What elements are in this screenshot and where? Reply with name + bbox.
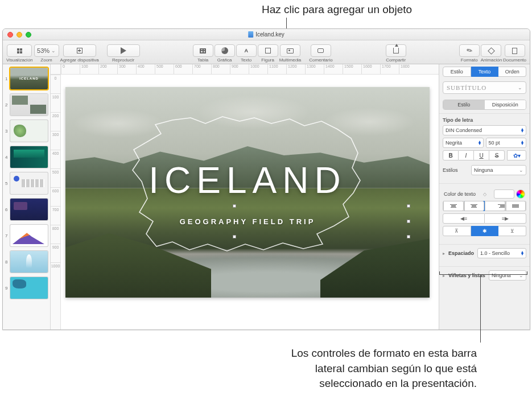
- close-icon[interactable]: [7, 32, 13, 38]
- tab-text[interactable]: Texto: [471, 67, 499, 77]
- chevron-down-icon: ⌄: [519, 167, 523, 173]
- stepper-icon: ▴▾: [479, 141, 481, 145]
- bold-button[interactable]: B: [443, 150, 459, 160]
- titlebar: Iceland.key: [3, 29, 530, 40]
- plus-icon: [77, 48, 83, 53]
- paragraph-style-select[interactable]: SUBTÍTULO ⌄: [443, 81, 526, 94]
- color-wheel-button[interactable]: [516, 189, 525, 199]
- add-slide-button[interactable]: [63, 44, 96, 57]
- slide-thumb-1[interactable]: ICELAND: [10, 68, 48, 89]
- callout-bottom: Los controles de formato en esta barrala…: [187, 346, 477, 391]
- chart-icon: [221, 47, 228, 54]
- text-icon: A: [244, 48, 248, 53]
- inspector-main-tabs[interactable]: Estilo Texto Orden: [439, 64, 530, 79]
- spacing-label: Espaciado: [448, 250, 474, 256]
- zoom-window-icon[interactable]: [26, 32, 31, 38]
- minimize-icon[interactable]: [17, 32, 22, 38]
- disclosure-icon[interactable]: ▸: [443, 251, 445, 256]
- toolbar: Visualización 53%⌄ Zoom Agregar disposit…: [3, 40, 530, 64]
- stepper-icon: ▴▾: [521, 251, 523, 255]
- font-face-select[interactable]: Negrita ▴▾: [443, 138, 484, 148]
- slide-thumb-3[interactable]: [10, 120, 48, 142]
- play-button[interactable]: [107, 44, 140, 57]
- valign-middle-button[interactable]: ✱: [471, 226, 499, 236]
- text-button[interactable]: A: [236, 44, 257, 57]
- shape-icon: [265, 48, 271, 53]
- font-family-select[interactable]: DIN Condensed ▴▾: [443, 125, 526, 135]
- play-icon: [121, 47, 126, 54]
- vertical-align-group[interactable]: ⊼ ✱ ⊻: [443, 226, 526, 236]
- share-icon: [393, 48, 399, 53]
- brush-icon: ✎: [465, 46, 474, 55]
- strike-button[interactable]: S: [489, 150, 505, 160]
- format-button[interactable]: ✎: [459, 44, 480, 57]
- char-styles-label: Estilos: [443, 167, 468, 173]
- canvas[interactable]: 0100200300400500600700800900100011001200…: [51, 64, 439, 329]
- align-left-button[interactable]: [443, 201, 464, 211]
- font-section-title: Tipo de letra: [443, 117, 526, 123]
- tab-text-style[interactable]: Estilo: [443, 100, 485, 109]
- chart-button[interactable]: [215, 44, 235, 57]
- tab-order[interactable]: Orden: [498, 67, 526, 77]
- slide-thumb-4[interactable]: [10, 146, 48, 168]
- media-icon: [287, 48, 294, 53]
- chevron-down-icon: ⌄: [51, 48, 56, 53]
- italic-button[interactable]: I: [459, 150, 474, 160]
- slide-navigator[interactable]: 1ICELAND 2 3 4 5 6 7 8 9: [3, 64, 51, 329]
- zoom-select[interactable]: 53%⌄: [34, 44, 59, 57]
- window-title: Iceland.key: [248, 31, 284, 38]
- traffic-lights[interactable]: [7, 32, 31, 38]
- vertical-ruler: 01002003004005006007008009001000: [51, 75, 61, 329]
- slide-thumb-2[interactable]: [10, 94, 48, 116]
- media-button[interactable]: [280, 44, 300, 57]
- document-button[interactable]: [505, 44, 525, 57]
- advanced-gear-button[interactable]: ✿▾: [507, 150, 526, 160]
- animation-button[interactable]: [481, 44, 501, 57]
- slide-thumb-5[interactable]: [10, 172, 48, 194]
- callout-top: Haz clic para agregar un objeto: [262, 3, 412, 16]
- chevron-down-icon: ⌄: [518, 85, 522, 90]
- table-icon: [200, 48, 206, 53]
- underline-button[interactable]: U: [474, 150, 489, 160]
- align-right-button[interactable]: [485, 201, 506, 211]
- shape-button[interactable]: [258, 44, 278, 57]
- text-color-label: Color de texto: [444, 191, 476, 197]
- document-icon: [512, 48, 517, 54]
- horizontal-align-group[interactable]: [443, 201, 526, 211]
- stepper-icon: ▴▾: [521, 128, 523, 133]
- valign-bottom-button[interactable]: ⊻: [498, 226, 526, 236]
- align-justify-button[interactable]: [506, 201, 527, 211]
- stepper-icon: ▴▾: [521, 141, 523, 145]
- updown-icon: ◇: [483, 192, 486, 197]
- tab-text-layout[interactable]: Disposición: [485, 100, 526, 109]
- indent-group[interactable]: ◀≡ ≡▶: [443, 213, 526, 224]
- align-center-button[interactable]: [464, 201, 485, 211]
- text-color-swatch[interactable]: [494, 189, 514, 199]
- spacing-select[interactable]: 1.0 - Sencillo ▴▾: [477, 248, 526, 258]
- tab-style[interactable]: Estilo: [443, 67, 471, 77]
- horizontal-ruler: 0100200300400500600700800900100011001200…: [61, 64, 439, 75]
- share-button[interactable]: [386, 44, 406, 57]
- document-icon: [248, 31, 253, 38]
- ruler-corner: [51, 64, 61, 75]
- slide-thumb-8[interactable]: [10, 251, 48, 273]
- indent-button[interactable]: ≡▶: [485, 213, 526, 224]
- selection-handles[interactable]: [65, 206, 409, 237]
- valign-top-button[interactable]: ⊼: [443, 226, 471, 236]
- outdent-button[interactable]: ◀≡: [443, 213, 485, 224]
- text-inner-tabs[interactable]: Estilo Disposición: [443, 100, 526, 110]
- comment-icon: [317, 48, 324, 53]
- diamond-icon: [488, 47, 495, 55]
- view-button[interactable]: [7, 44, 32, 57]
- slide-title-text[interactable]: ICELAND: [149, 159, 346, 201]
- slide-thumb-9[interactable]: [10, 277, 48, 299]
- slide-canvas[interactable]: ICELAND GEOGRAPHY FIELD TRIP: [65, 87, 430, 298]
- slide-thumb-7[interactable]: [10, 225, 48, 246]
- table-button[interactable]: [193, 44, 213, 57]
- font-size-stepper[interactable]: 50 pt ▴▾: [486, 138, 527, 148]
- slide-thumb-6[interactable]: [10, 199, 48, 220]
- char-style-select[interactable]: Ninguna ⌄: [471, 165, 526, 175]
- comment-button[interactable]: [311, 44, 331, 57]
